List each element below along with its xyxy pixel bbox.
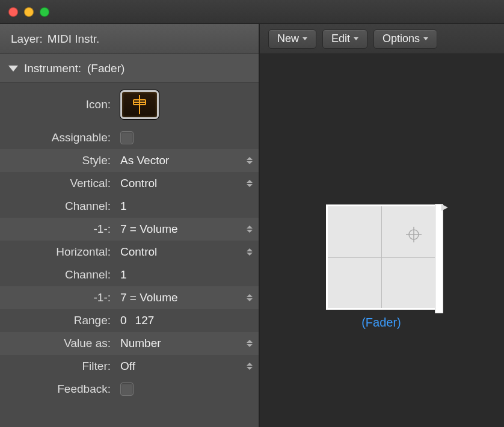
prop-row-valueas: Value as: Number — [0, 332, 259, 355]
chevron-down-icon — [423, 37, 428, 40]
svg-marker-6 — [441, 204, 447, 210]
zoom-window-button[interactable] — [40, 7, 49, 17]
chevron-down-icon — [354, 37, 358, 40]
chevron-down-icon — [303, 37, 307, 40]
vchannel-label: Channel: — [0, 200, 115, 213]
range-hi[interactable]: 127 — [135, 314, 155, 327]
prop-row-style: Style: As Vector — [0, 149, 259, 172]
style-label: Style: — [0, 154, 115, 167]
options-button-label: Options — [383, 32, 420, 45]
output-triangle-icon[interactable] — [441, 203, 448, 214]
prop-row-range: Range: 0 127 — [0, 309, 259, 332]
fader-track[interactable] — [435, 204, 443, 313]
vcc-value[interactable]: 7 = Volume — [115, 223, 259, 236]
vertical-value[interactable]: Control — [115, 177, 259, 190]
new-button-label: New — [277, 32, 299, 45]
environment-canvas-panel: New Edit Options — [260, 24, 504, 427]
icon-label: Icon: — [0, 98, 115, 111]
instrument-name: (Fader) — [87, 62, 124, 75]
feedback-checkbox[interactable] — [120, 382, 134, 396]
icon-picker[interactable] — [120, 90, 159, 119]
prop-row-vertical: Vertical: Control — [0, 172, 259, 195]
prop-row-assignable: Assignable: — [0, 126, 259, 149]
layer-name: MIDI Instr. — [48, 32, 100, 46]
fader-object[interactable]: (Fader) — [326, 204, 437, 330]
fader-vector-pad[interactable] — [326, 204, 437, 310]
hcc-value[interactable]: 7 = Volume — [115, 291, 259, 304]
assignable-checkbox[interactable] — [120, 131, 134, 144]
window-titlebar — [0, 0, 504, 24]
filter-value[interactable]: Off — [115, 360, 259, 373]
prop-row-filter: Filter: Off — [0, 355, 259, 378]
instrument-label: Instrument: — [24, 62, 81, 75]
fader-icon — [131, 94, 149, 115]
vcc-label: -1-: — [0, 223, 115, 236]
minimize-window-button[interactable] — [24, 7, 34, 17]
hchannel-label: Channel: — [0, 268, 115, 281]
horizontal-label: Horizontal: — [0, 245, 115, 259]
layer-label: Layer: — [11, 32, 43, 46]
prop-row-vchannel: Channel: 1 — [0, 195, 259, 218]
edit-menu-button[interactable]: Edit — [322, 29, 367, 49]
valueas-label: Value as: — [0, 337, 115, 350]
inspector-panel: Layer: MIDI Instr. Instrument: (Fader) I… — [0, 24, 260, 427]
valueas-value[interactable]: Number — [115, 337, 259, 350]
feedback-label: Feedback: — [0, 382, 115, 396]
prop-row-hchannel: Channel: 1 — [0, 263, 259, 286]
valueas-stepper[interactable] — [247, 340, 253, 347]
style-value[interactable]: As Vector — [115, 154, 259, 167]
property-list: Icon: Assignable: — [0, 83, 259, 401]
options-menu-button[interactable]: Options — [373, 29, 437, 49]
vertical-label: Vertical: — [0, 177, 115, 190]
range-label: Range: — [0, 314, 115, 327]
canvas-toolbar: New Edit Options — [260, 24, 504, 54]
layer-selector[interactable]: Layer: MIDI Instr. — [0, 24, 259, 54]
vchannel-value[interactable]: 1 — [115, 200, 259, 213]
prop-row-icon: Icon: — [0, 83, 259, 126]
new-menu-button[interactable]: New — [268, 29, 316, 49]
environment-canvas[interactable]: (Fader) — [260, 54, 504, 427]
vertical-stepper[interactable] — [247, 180, 253, 187]
disclosure-triangle-icon[interactable] — [8, 66, 18, 72]
filter-stepper[interactable] — [247, 363, 253, 370]
hchannel-value[interactable]: 1 — [115, 268, 259, 281]
assignable-label: Assignable: — [0, 131, 115, 144]
prop-row-feedback: Feedback: — [0, 378, 259, 401]
filter-label: Filter: — [0, 360, 115, 373]
close-window-button[interactable] — [8, 7, 18, 17]
crosshair-icon — [406, 227, 422, 242]
hcc-label: -1-: — [0, 291, 115, 304]
prop-row-hcc: -1-: 7 = Volume — [0, 286, 259, 309]
range-lo[interactable]: 0 — [120, 314, 127, 327]
horizontal-value[interactable]: Control — [115, 245, 259, 259]
instrument-section-header[interactable]: Instrument: (Fader) — [0, 54, 259, 83]
style-stepper[interactable] — [247, 157, 253, 164]
horizontal-stepper[interactable] — [247, 248, 253, 256]
hcc-stepper[interactable] — [247, 294, 253, 301]
fader-object-label[interactable]: (Fader) — [361, 316, 401, 330]
vcc-stepper[interactable] — [247, 226, 253, 233]
prop-row-horizontal: Horizontal: Control — [0, 241, 259, 263]
edit-button-label: Edit — [331, 32, 350, 45]
prop-row-vcc: -1-: 7 = Volume — [0, 218, 259, 241]
